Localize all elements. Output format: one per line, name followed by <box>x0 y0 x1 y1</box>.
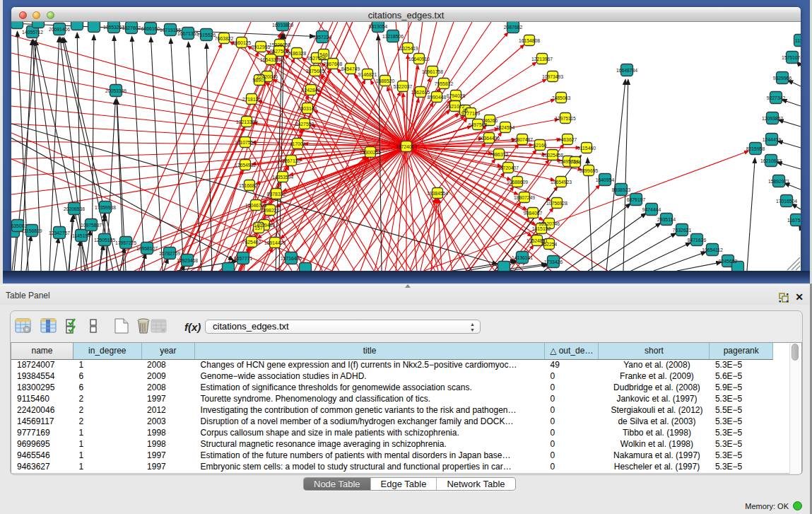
svg-text:1167533: 1167533 <box>787 218 801 223</box>
svg-text:16648784: 16648784 <box>616 68 637 73</box>
svg-text:7625402: 7625402 <box>242 240 261 245</box>
svg-text:16671355: 16671355 <box>177 31 199 36</box>
svg-text:12342757: 12342757 <box>49 230 70 235</box>
svg-text:62160: 62160 <box>534 143 547 148</box>
svg-text:9227342: 9227342 <box>767 95 786 100</box>
svg-text:8938923: 8938923 <box>612 187 631 192</box>
svg-text:1244419: 1244419 <box>763 137 782 142</box>
svg-text:12505135: 12505135 <box>94 238 115 243</box>
svg-text:19654923: 19654923 <box>551 180 572 185</box>
svg-text:5322037: 5322037 <box>394 84 413 89</box>
svg-text:8878332: 8878332 <box>267 192 286 197</box>
svg-text:12213967: 12213967 <box>531 57 553 62</box>
svg-text:7955812: 7955812 <box>435 81 454 86</box>
svg-text:7485063: 7485063 <box>552 95 571 100</box>
svg-text:14353594: 14353594 <box>272 175 293 180</box>
svg-text:546: 546 <box>319 52 328 57</box>
svg-text:7663822: 7663822 <box>215 36 234 41</box>
svg-text:15166827: 15166827 <box>239 183 260 188</box>
svg-text:2087682: 2087682 <box>504 25 523 30</box>
svg-text:14055712: 14055712 <box>22 30 43 35</box>
svg-text:12213369: 12213369 <box>236 119 257 124</box>
svg-text:20691406: 20691406 <box>49 27 70 32</box>
svg-text:17359938: 17359938 <box>95 205 116 210</box>
svg-text:8427552: 8427552 <box>295 122 314 127</box>
svg-text:3267130: 3267130 <box>282 158 301 163</box>
svg-text:16782759: 16782759 <box>159 251 180 256</box>
svg-text:17957225: 17957225 <box>115 240 136 245</box>
svg-text:9146821: 9146821 <box>358 72 377 77</box>
svg-text:15892971: 15892971 <box>768 179 789 184</box>
svg-text:8454749: 8454749 <box>341 66 360 71</box>
svg-text:12923468: 12923468 <box>177 258 198 263</box>
svg-text:16120746: 16120746 <box>539 221 560 226</box>
svg-text:1615152: 1615152 <box>532 226 551 231</box>
svg-text:9245652: 9245652 <box>719 259 738 264</box>
svg-text:15716485: 15716485 <box>281 256 302 261</box>
svg-text:18807249: 18807249 <box>514 195 535 200</box>
svg-text:157: 157 <box>254 226 263 230</box>
svg-text:7404: 7404 <box>570 160 580 165</box>
svg-text:7515526: 7515526 <box>197 33 216 37</box>
svg-text:9084067: 9084067 <box>524 211 543 216</box>
svg-text:9115460: 9115460 <box>577 146 596 151</box>
svg-text:17016504: 17016504 <box>776 199 797 204</box>
svg-text:3824554: 3824554 <box>496 125 515 130</box>
svg-text:20206538: 20206538 <box>64 206 85 211</box>
svg-text:10025458: 10025458 <box>542 153 563 158</box>
svg-text:6879197: 6879197 <box>627 197 646 202</box>
svg-text:9777169: 9777169 <box>461 111 481 116</box>
svg-text:9660125: 9660125 <box>233 40 252 45</box>
svg-text:6466160: 6466160 <box>141 26 160 31</box>
svg-text:16210643: 16210643 <box>760 158 782 163</box>
svg-text:19384554: 19384554 <box>427 191 448 196</box>
svg-text:1588520: 1588520 <box>376 78 395 83</box>
svg-text:7986372: 7986372 <box>490 152 509 157</box>
svg-text:2867608: 2867608 <box>324 62 343 66</box>
svg-text:10653267: 10653267 <box>103 25 124 30</box>
svg-text:3498222: 3498222 <box>261 208 280 213</box>
svg-text:16154808: 16154808 <box>519 38 540 43</box>
svg-text:1112: 1112 <box>795 38 801 43</box>
svg-text:1145194: 1145194 <box>72 233 90 238</box>
svg-text:2935114: 2935114 <box>657 217 676 222</box>
svg-text:10107554: 10107554 <box>235 140 256 145</box>
svg-text:417004: 417004 <box>290 141 306 146</box>
svg-text:10958107: 10958107 <box>136 246 158 251</box>
svg-text:6497568: 6497568 <box>469 122 488 127</box>
svg-text:98901: 98901 <box>253 78 266 83</box>
svg-text:16033809: 16033809 <box>272 23 293 28</box>
svg-text:10973493: 10973493 <box>542 74 563 79</box>
svg-text:10756928: 10756928 <box>546 201 567 206</box>
svg-text:2718126: 2718126 <box>242 97 261 102</box>
svg-text:9899695: 9899695 <box>579 168 599 173</box>
svg-text:16961758: 16961758 <box>422 69 443 74</box>
svg-text:5635061: 5635061 <box>11 223 27 228</box>
svg-text:8471626: 8471626 <box>688 238 707 243</box>
svg-text:17654932: 17654932 <box>235 163 256 168</box>
svg-text:18724007: 18724007 <box>396 144 417 149</box>
svg-text:8186328: 8186328 <box>288 51 307 56</box>
svg-text:8215958: 8215958 <box>746 146 765 151</box>
svg-text:1733426: 1733426 <box>544 259 563 264</box>
svg-text:12093852: 12093852 <box>762 116 783 121</box>
svg-text:1640954: 1640954 <box>596 177 615 182</box>
svg-text:12975115: 12975115 <box>555 116 576 121</box>
svg-text:10807487: 10807487 <box>512 137 533 142</box>
svg-text:14136141: 14136141 <box>512 255 533 260</box>
svg-text:10975887: 10975887 <box>81 223 102 228</box>
svg-text:9329966: 9329966 <box>773 76 792 81</box>
svg-text:10688609: 10688609 <box>507 180 528 185</box>
svg-text:15720407: 15720407 <box>498 165 519 170</box>
svg-text:9242848: 9242848 <box>302 88 321 93</box>
svg-text:7632621: 7632621 <box>673 228 692 233</box>
svg-text:2803144: 2803144 <box>298 106 317 111</box>
svg-text:11156819: 11156819 <box>21 228 42 233</box>
svg-text:10654112: 10654112 <box>702 247 723 252</box>
svg-text:9657771: 9657771 <box>234 256 253 261</box>
svg-text:23300255: 23300255 <box>360 150 381 155</box>
svg-text:15751074: 15751074 <box>782 55 801 60</box>
svg-text:16046736: 16046736 <box>245 203 266 208</box>
svg-text:8813054: 8813054 <box>369 24 388 29</box>
svg-text:20053346: 20053346 <box>105 88 126 93</box>
